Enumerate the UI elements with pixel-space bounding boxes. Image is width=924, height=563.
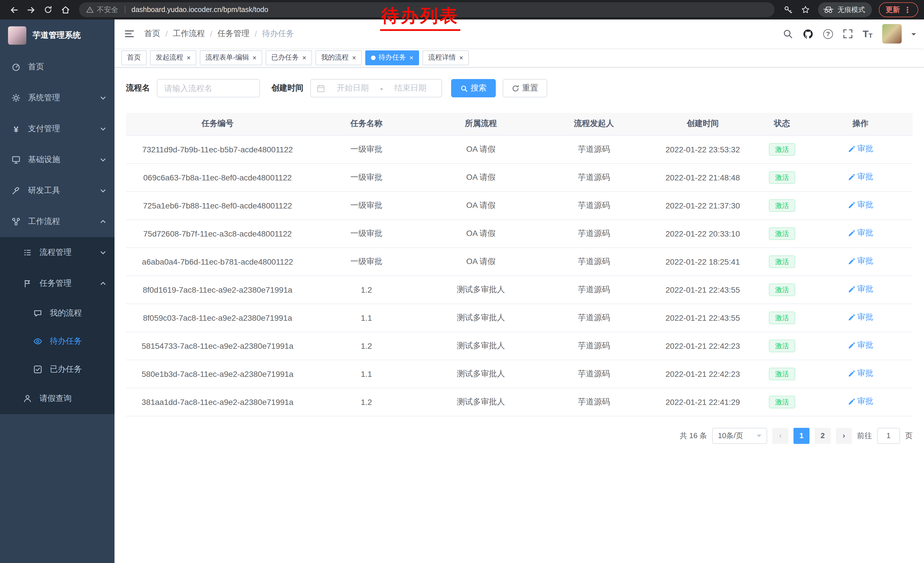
cell-task-name: 一级审批 (309, 163, 424, 191)
sidebar-item-payment-mgmt[interactable]: ¥ 支付管理 (0, 113, 114, 144)
approve-link[interactable]: 审批 (848, 284, 873, 295)
back-button[interactable] (6, 2, 22, 18)
close-icon[interactable]: × (252, 54, 256, 61)
sidebar-item-leave-query[interactable]: 请假查询 (0, 383, 114, 414)
github-button[interactable] (802, 29, 813, 39)
home-button[interactable] (57, 2, 73, 18)
sidebar-item-task-mgmt[interactable]: 任务管理 (0, 268, 114, 299)
cell-status: 激活 (756, 219, 808, 248)
date-range-picker[interactable]: 开始日期 - 结束日期 (310, 79, 442, 98)
cell-task-name: 一级审批 (309, 135, 424, 163)
sidebar-item-done-tasks[interactable]: 已办任务 (0, 355, 114, 383)
breadcrumb-separator: / (255, 29, 257, 38)
tab-process-form-edit[interactable]: 流程表单-编辑 × (200, 50, 262, 65)
status-badge: 激活 (769, 283, 795, 296)
status-badge: 激活 (769, 143, 795, 156)
col-task-name: 任务名称 (309, 113, 424, 135)
close-icon[interactable]: × (459, 54, 463, 61)
approve-link[interactable]: 审批 (848, 172, 873, 182)
search-icon (783, 29, 793, 39)
status-badge: 激活 (769, 171, 795, 183)
sidebar-item-infrastructure[interactable]: 基础设施 (0, 144, 114, 175)
close-icon[interactable]: × (302, 54, 306, 61)
close-icon[interactable]: × (187, 54, 190, 61)
sidebar-item-workflow[interactable]: 工作流程 (0, 206, 114, 237)
approve-link[interactable]: 审批 (848, 341, 873, 351)
sidebar-item-label: 请假查询 (39, 393, 72, 404)
cell-created: 2022-01-21 22:42:23 (650, 360, 756, 388)
approve-link[interactable]: 审批 (848, 144, 873, 155)
sidebar-toggle-button[interactable] (124, 28, 135, 39)
status-badge: 激活 (769, 339, 795, 352)
cell-initiator: 芋道源码 (538, 191, 650, 219)
app-logo[interactable]: 芋道管理系统 (0, 20, 114, 51)
chevron-down-icon[interactable] (911, 33, 916, 38)
goto-page-input[interactable] (877, 428, 900, 444)
back-icon (9, 5, 19, 15)
page-size-select[interactable]: 10条/页 (712, 428, 767, 444)
update-button[interactable]: 更新 ⋮ (879, 2, 918, 17)
user-avatar[interactable] (882, 24, 902, 44)
tab-initiate-process[interactable]: 发起流程 × (150, 50, 196, 65)
breadcrumb-item[interactable]: 工作流程 (173, 29, 205, 39)
app-window: 芋道管理系统 首页 系统管理 ¥ 支付管理 (0, 20, 924, 563)
sidebar-item-label: 工作流程 (28, 216, 60, 227)
tab-my-process[interactable]: 我的流程 × (315, 50, 362, 65)
process-name-input[interactable] (157, 79, 260, 98)
cell-initiator: 芋道源码 (538, 303, 650, 332)
cell-process: 测试多审批人 (424, 360, 538, 388)
forward-button[interactable] (23, 2, 39, 18)
col-task-id: 任务编号 (126, 113, 309, 135)
prev-page-button[interactable]: ‹ (772, 428, 788, 444)
cell-task-id: 580e1b3d-7ac8-11ec-a9e2-a2380e71991a (126, 360, 309, 388)
reset-button[interactable]: 重置 (502, 79, 547, 98)
star-icon (801, 5, 810, 14)
fullscreen-button[interactable] (843, 29, 853, 39)
search-button[interactable]: 搜索 (451, 79, 496, 98)
workflow-icon (12, 217, 21, 226)
sidebar-item-process-mgmt[interactable]: 流程管理 (0, 237, 114, 268)
font-size-button[interactable]: TT (863, 29, 873, 39)
next-page-button[interactable]: › (836, 428, 852, 444)
breadcrumb-separator: / (210, 29, 212, 38)
close-icon[interactable]: × (352, 54, 356, 61)
cell-status: 激活 (756, 388, 808, 416)
cell-task-name: 1.1 (309, 303, 424, 332)
sidebar-item-home[interactable]: 首页 (0, 51, 114, 83)
tab-todo-tasks[interactable]: 待办任务 × (365, 50, 419, 65)
tab-process-detail[interactable]: 流程详情 × (423, 50, 469, 65)
cell-task-id: 8f0d1619-7ac8-11ec-a9e2-a2380e71991a (126, 275, 309, 303)
sidebar-item-todo-tasks[interactable]: 待办任务 (0, 327, 114, 355)
sidebar-item-my-process[interactable]: 我的流程 (0, 299, 114, 327)
cell-status: 激活 (756, 191, 808, 219)
approve-link[interactable]: 审批 (848, 312, 873, 323)
approve-link[interactable]: 审批 (848, 369, 873, 379)
page-button-1[interactable]: 1 (794, 428, 810, 444)
tab-home[interactable]: 首页 (122, 50, 147, 65)
sidebar-item-dev-tools[interactable]: 研发工具 (0, 175, 114, 206)
approve-link[interactable]: 审批 (848, 200, 873, 210)
close-icon[interactable]: × (410, 54, 413, 61)
pencil-icon (848, 230, 855, 237)
pencil-icon (848, 286, 855, 293)
reload-button[interactable] (40, 2, 56, 18)
cell-status: 激活 (756, 275, 808, 303)
cell-action: 审批 (808, 303, 912, 332)
bookmark-button[interactable] (798, 2, 813, 18)
search-button[interactable] (783, 29, 793, 39)
page-button-2[interactable]: 2 (814, 428, 831, 444)
breadcrumb-item[interactable]: 任务管理 (218, 29, 250, 39)
cell-process: OA 请假 (424, 219, 538, 248)
approve-link[interactable]: 审批 (848, 256, 873, 267)
cell-initiator: 芋道源码 (538, 219, 650, 248)
breadcrumb-item[interactable]: 首页 (144, 29, 160, 39)
security-warning[interactable]: 不安全 (86, 5, 118, 15)
approve-link[interactable]: 审批 (848, 228, 873, 239)
tab-done-tasks[interactable]: 已办任务 × (266, 50, 312, 65)
logo-avatar (8, 26, 26, 45)
approve-link[interactable]: 审批 (848, 396, 873, 407)
key-button[interactable] (780, 2, 796, 18)
help-button[interactable]: ? (823, 29, 833, 39)
cell-task-id: 58154733-7ac8-11ec-a9e2-a2380e71991a (126, 332, 309, 360)
sidebar-item-system-mgmt[interactable]: 系统管理 (0, 83, 114, 113)
